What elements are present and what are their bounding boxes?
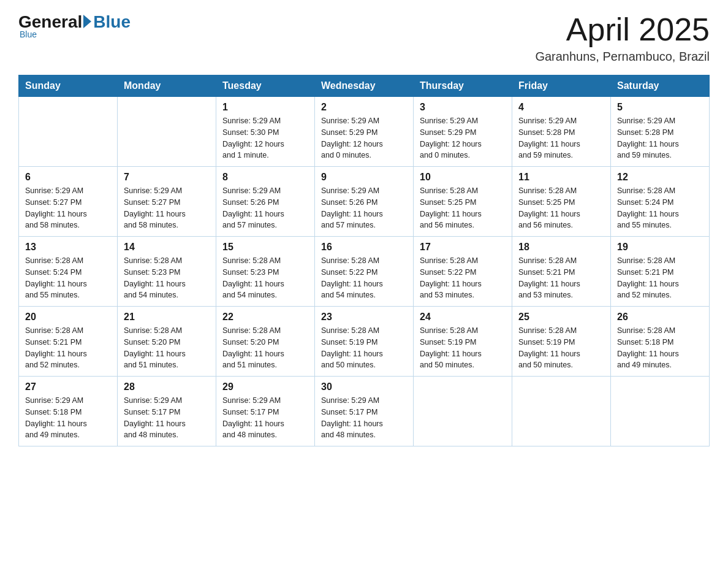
day-number: 3 (420, 102, 506, 113)
day-info: Sunrise: 5:28 AM Sunset: 5:23 PM Dayligh… (124, 255, 210, 301)
calendar-header-row: SundayMondayTuesdayWednesdayThursdayFrid… (19, 75, 710, 97)
calendar-week-row: 6Sunrise: 5:29 AM Sunset: 5:27 PM Daylig… (19, 167, 710, 237)
page-header: General Blue Blue April 2025 Garanhuns, … (18, 12, 710, 64)
day-info: Sunrise: 5:28 AM Sunset: 5:25 PM Dayligh… (420, 185, 506, 231)
day-number: 24 (420, 312, 506, 323)
calendar-cell: 23Sunrise: 5:28 AM Sunset: 5:19 PM Dayli… (315, 307, 414, 377)
calendar-cell: 16Sunrise: 5:28 AM Sunset: 5:22 PM Dayli… (315, 237, 414, 307)
day-number: 14 (124, 242, 210, 253)
calendar-cell: 7Sunrise: 5:29 AM Sunset: 5:27 PM Daylig… (118, 167, 216, 237)
day-number: 17 (420, 242, 506, 253)
calendar-cell: 13Sunrise: 5:28 AM Sunset: 5:24 PM Dayli… (19, 237, 118, 307)
calendar-week-row: 20Sunrise: 5:28 AM Sunset: 5:21 PM Dayli… (19, 307, 710, 377)
day-number: 20 (25, 312, 111, 323)
day-info: Sunrise: 5:28 AM Sunset: 5:20 PM Dayligh… (124, 325, 210, 371)
calendar-cell (19, 97, 118, 167)
day-number: 6 (25, 172, 111, 183)
col-header-sunday: Sunday (19, 75, 118, 97)
day-number: 16 (321, 242, 407, 253)
day-info: Sunrise: 5:28 AM Sunset: 5:23 PM Dayligh… (222, 255, 308, 301)
calendar-cell: 18Sunrise: 5:28 AM Sunset: 5:21 PM Dayli… (512, 237, 611, 307)
day-number: 26 (617, 312, 703, 323)
day-info: Sunrise: 5:28 AM Sunset: 5:21 PM Dayligh… (518, 255, 604, 301)
calendar-cell: 3Sunrise: 5:29 AM Sunset: 5:29 PM Daylig… (414, 97, 512, 167)
day-info: Sunrise: 5:29 AM Sunset: 5:17 PM Dayligh… (124, 395, 210, 441)
day-info: Sunrise: 5:28 AM Sunset: 5:19 PM Dayligh… (321, 325, 407, 371)
calendar-cell: 19Sunrise: 5:28 AM Sunset: 5:21 PM Dayli… (611, 237, 710, 307)
calendar-cell: 5Sunrise: 5:29 AM Sunset: 5:28 PM Daylig… (611, 97, 710, 167)
day-number: 9 (321, 172, 407, 183)
calendar-cell: 24Sunrise: 5:28 AM Sunset: 5:19 PM Dayli… (414, 307, 512, 377)
calendar-cell: 12Sunrise: 5:28 AM Sunset: 5:24 PM Dayli… (611, 167, 710, 237)
day-info: Sunrise: 5:28 AM Sunset: 5:19 PM Dayligh… (518, 325, 604, 371)
calendar-table: SundayMondayTuesdayWednesdayThursdayFrid… (18, 75, 710, 446)
calendar-cell: 20Sunrise: 5:28 AM Sunset: 5:21 PM Dayli… (19, 307, 118, 377)
day-info: Sunrise: 5:29 AM Sunset: 5:29 PM Dayligh… (420, 115, 506, 161)
day-number: 4 (518, 102, 604, 113)
day-info: Sunrise: 5:28 AM Sunset: 5:18 PM Dayligh… (617, 325, 703, 371)
calendar-cell: 14Sunrise: 5:28 AM Sunset: 5:23 PM Dayli… (118, 237, 216, 307)
day-number: 10 (420, 172, 506, 183)
day-info: Sunrise: 5:28 AM Sunset: 5:22 PM Dayligh… (420, 255, 506, 301)
day-info: Sunrise: 5:29 AM Sunset: 5:27 PM Dayligh… (25, 185, 111, 231)
day-number: 18 (518, 242, 604, 253)
day-info: Sunrise: 5:29 AM Sunset: 5:30 PM Dayligh… (222, 115, 308, 161)
calendar-cell: 27Sunrise: 5:29 AM Sunset: 5:18 PM Dayli… (19, 377, 118, 446)
day-number: 25 (518, 312, 604, 323)
logo-triangle-icon (83, 15, 91, 28)
day-info: Sunrise: 5:29 AM Sunset: 5:29 PM Dayligh… (321, 115, 407, 161)
logo-blue-text: Blue (93, 12, 131, 32)
col-header-saturday: Saturday (611, 75, 710, 97)
day-number: 7 (124, 172, 210, 183)
day-info: Sunrise: 5:28 AM Sunset: 5:20 PM Dayligh… (222, 325, 308, 371)
col-header-friday: Friday (512, 75, 611, 97)
calendar-cell: 10Sunrise: 5:28 AM Sunset: 5:25 PM Dayli… (414, 167, 512, 237)
calendar-cell: 11Sunrise: 5:28 AM Sunset: 5:25 PM Dayli… (512, 167, 611, 237)
day-number: 23 (321, 312, 407, 323)
col-header-monday: Monday (118, 75, 216, 97)
calendar-cell (512, 377, 611, 446)
day-info: Sunrise: 5:28 AM Sunset: 5:24 PM Dayligh… (617, 185, 703, 231)
calendar-cell (118, 97, 216, 167)
day-info: Sunrise: 5:29 AM Sunset: 5:26 PM Dayligh… (222, 185, 308, 231)
col-header-wednesday: Wednesday (315, 75, 414, 97)
day-number: 12 (617, 172, 703, 183)
logo: General Blue Blue (18, 12, 131, 39)
col-header-tuesday: Tuesday (216, 75, 315, 97)
calendar-cell: 2Sunrise: 5:29 AM Sunset: 5:29 PM Daylig… (315, 97, 414, 167)
day-info: Sunrise: 5:28 AM Sunset: 5:21 PM Dayligh… (25, 325, 111, 371)
day-number: 19 (617, 242, 703, 253)
day-number: 8 (222, 172, 308, 183)
day-number: 5 (617, 102, 703, 113)
calendar-week-row: 27Sunrise: 5:29 AM Sunset: 5:18 PM Dayli… (19, 377, 710, 446)
day-info: Sunrise: 5:28 AM Sunset: 5:25 PM Dayligh… (518, 185, 604, 231)
calendar-cell: 9Sunrise: 5:29 AM Sunset: 5:26 PM Daylig… (315, 167, 414, 237)
col-header-thursday: Thursday (414, 75, 512, 97)
logo-subtext: Blue (18, 29, 37, 39)
calendar-cell: 28Sunrise: 5:29 AM Sunset: 5:17 PM Dayli… (118, 377, 216, 446)
calendar-week-row: 1Sunrise: 5:29 AM Sunset: 5:30 PM Daylig… (19, 97, 710, 167)
day-info: Sunrise: 5:29 AM Sunset: 5:17 PM Dayligh… (321, 395, 407, 441)
calendar-cell: 6Sunrise: 5:29 AM Sunset: 5:27 PM Daylig… (19, 167, 118, 237)
calendar-cell: 29Sunrise: 5:29 AM Sunset: 5:17 PM Dayli… (216, 377, 315, 446)
day-number: 15 (222, 242, 308, 253)
day-info: Sunrise: 5:29 AM Sunset: 5:28 PM Dayligh… (617, 115, 703, 161)
calendar-cell: 4Sunrise: 5:29 AM Sunset: 5:28 PM Daylig… (512, 97, 611, 167)
day-info: Sunrise: 5:28 AM Sunset: 5:21 PM Dayligh… (617, 255, 703, 301)
day-number: 2 (321, 102, 407, 113)
day-number: 30 (321, 381, 407, 393)
day-info: Sunrise: 5:29 AM Sunset: 5:26 PM Dayligh… (321, 185, 407, 231)
day-number: 28 (124, 381, 210, 393)
calendar-week-row: 13Sunrise: 5:28 AM Sunset: 5:24 PM Dayli… (19, 237, 710, 307)
day-info: Sunrise: 5:28 AM Sunset: 5:24 PM Dayligh… (25, 255, 111, 301)
day-number: 21 (124, 312, 210, 323)
title-section: April 2025 Garanhuns, Pernambuco, Brazil (535, 12, 710, 64)
calendar-cell (414, 377, 512, 446)
month-title: April 2025 (535, 12, 710, 47)
calendar-cell: 22Sunrise: 5:28 AM Sunset: 5:20 PM Dayli… (216, 307, 315, 377)
day-number: 13 (25, 242, 111, 253)
day-info: Sunrise: 5:28 AM Sunset: 5:19 PM Dayligh… (420, 325, 506, 371)
day-info: Sunrise: 5:29 AM Sunset: 5:17 PM Dayligh… (222, 395, 308, 441)
calendar-cell: 17Sunrise: 5:28 AM Sunset: 5:22 PM Dayli… (414, 237, 512, 307)
calendar-cell: 25Sunrise: 5:28 AM Sunset: 5:19 PM Dayli… (512, 307, 611, 377)
